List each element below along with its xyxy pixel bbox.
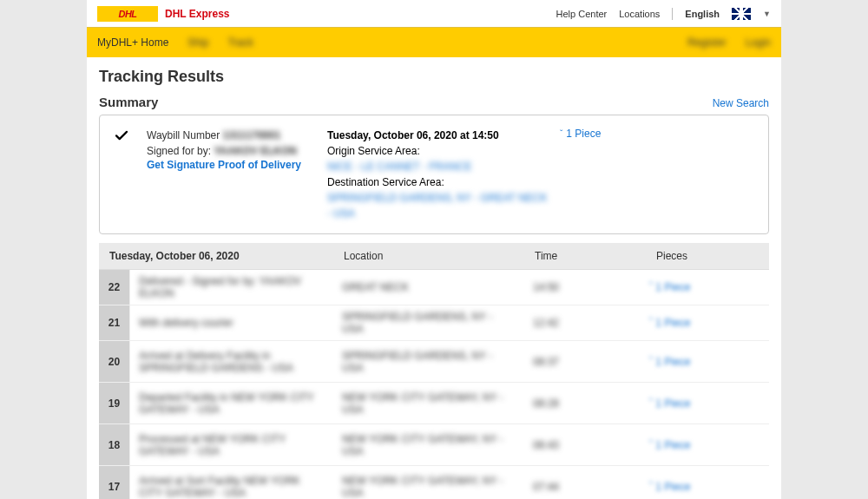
- delivered-at: Tuesday, October 06, 2020 at 14:50: [327, 128, 553, 143]
- event-location: SPRINGFIELD GARDENS, NY - USA: [333, 345, 524, 379]
- signed-for-value: YAAKOV ELKON: [214, 145, 297, 157]
- pieces-label: 1 Piece: [566, 128, 601, 140]
- flag-icon[interactable]: [732, 8, 751, 20]
- nav-register[interactable]: Register: [687, 36, 727, 49]
- nav-ship[interactable]: Ship: [187, 36, 208, 49]
- new-search-link[interactable]: New Search: [713, 97, 769, 109]
- event-time: 08:28: [524, 392, 646, 415]
- nav-home[interactable]: MyDHL+ Home: [97, 36, 168, 49]
- top-utility-bar: DHL DHL Express Help Center Locations En…: [87, 0, 781, 28]
- table-row: 20Arrived at Delivery Facility in SPRING…: [99, 341, 769, 383]
- event-location: NEW YORK CITY GATEWAY, NY - USA: [333, 469, 524, 500]
- event-time: 14:50: [524, 276, 646, 299]
- event-pieces-toggle[interactable]: ˇ 1 Piece: [646, 317, 769, 329]
- event-description: Processed at NEW YORK CITY GATEWAY - USA: [130, 428, 333, 463]
- logo[interactable]: DHL DHL Express: [97, 6, 229, 22]
- col-time: Time: [535, 250, 656, 262]
- origin-label: Origin Service Area:: [327, 143, 553, 159]
- event-description: Arrived at Sort Facility NEW YORK CITY G…: [130, 469, 333, 500]
- divider: [672, 8, 673, 20]
- destination-value: SPRINGFIELD GARDENS, NY - GREAT NECK - U…: [327, 190, 553, 221]
- event-description: Delivered - Signed for by: YAAKOV ELKON: [130, 270, 333, 305]
- summary-heading: Summary: [99, 95, 158, 109]
- signed-for-label: Signed for by:: [147, 145, 211, 157]
- pieces-toggle[interactable]: ˇ1 Piece: [560, 128, 754, 221]
- chevron-down-icon: ˇ: [560, 129, 562, 139]
- event-location: NEW YORK CITY GATEWAY, NY - USA: [333, 386, 524, 421]
- event-location: NEW YORK CITY GATEWAY, NY - USA: [333, 428, 524, 463]
- event-pieces-toggle[interactable]: ˇ 1 Piece: [646, 439, 769, 451]
- help-center-link[interactable]: Help Center: [556, 9, 608, 19]
- event-location: GREAT NECK: [333, 276, 524, 299]
- events-list: 22Delivered - Signed for by: YAAKOV ELKO…: [99, 270, 769, 499]
- table-row: 22Delivered - Signed for by: YAAKOV ELKO…: [99, 270, 769, 305]
- brand-name: DHL Express: [165, 8, 229, 20]
- locations-link[interactable]: Locations: [619, 9, 660, 19]
- event-time: 08:37: [524, 351, 646, 373]
- check-icon: [114, 128, 140, 221]
- nav-login[interactable]: Login: [746, 36, 771, 49]
- dhl-logo-icon: DHL: [97, 6, 158, 22]
- summary-card: Waybill Number 1311170001 Signed for by:…: [99, 115, 769, 234]
- event-time: 07:44: [524, 476, 646, 498]
- waybill-value: 1311170001: [223, 129, 281, 141]
- chevron-down-icon[interactable]: ▼: [763, 10, 771, 18]
- event-description: Departed Facility in NEW YORK CITY GATEW…: [130, 386, 333, 421]
- origin-value: NICE - LE CANNET - FRANCE: [327, 159, 553, 174]
- event-number: 22: [99, 270, 130, 305]
- event-number: 20: [99, 341, 130, 382]
- event-number: 17: [99, 466, 130, 499]
- event-number: 21: [99, 305, 130, 340]
- language-select[interactable]: English: [685, 9, 720, 19]
- event-pieces-toggle[interactable]: ˇ 1 Piece: [646, 356, 769, 368]
- page-title: Tracking Results: [99, 68, 769, 86]
- destination-label: Destination Service Area:: [327, 174, 553, 190]
- event-number: 19: [99, 383, 130, 423]
- events-date: Tuesday, October 06, 2020: [109, 250, 344, 262]
- table-row: 21With delivery courierSPRINGFIELD GARDE…: [99, 305, 769, 341]
- nav-track[interactable]: Track: [227, 36, 253, 49]
- main-nav: MyDHL+ Home Ship Track Register Login: [87, 28, 781, 57]
- col-pieces: Pieces: [656, 250, 759, 262]
- events-header: Tuesday, October 06, 2020 Location Time …: [99, 243, 769, 270]
- event-description: With delivery courier: [130, 312, 333, 334]
- event-pieces-toggle[interactable]: ˇ 1 Piece: [646, 281, 769, 293]
- table-row: 18Processed at NEW YORK CITY GATEWAY - U…: [99, 424, 769, 466]
- event-time: 12:42: [524, 312, 646, 334]
- event-time: 06:43: [524, 434, 646, 456]
- table-row: 19Departed Facility in NEW YORK CITY GAT…: [99, 383, 769, 424]
- event-location: SPRINGFIELD GARDENS, NY - USA: [333, 305, 524, 340]
- col-location: Location: [344, 250, 535, 262]
- event-pieces-toggle[interactable]: ˇ 1 Piece: [646, 481, 769, 493]
- event-pieces-toggle[interactable]: ˇ 1 Piece: [646, 397, 769, 410]
- table-row: 17Arrived at Sort Facility NEW YORK CITY…: [99, 466, 769, 499]
- waybill-label: Waybill Number: [147, 129, 220, 141]
- event-description: Arrived at Delivery Facility in SPRINGFI…: [130, 345, 333, 379]
- event-number: 18: [99, 424, 130, 465]
- signature-proof-link[interactable]: Get Signature Proof of Delivery: [147, 159, 320, 171]
- logo-text: DHL: [118, 9, 136, 19]
